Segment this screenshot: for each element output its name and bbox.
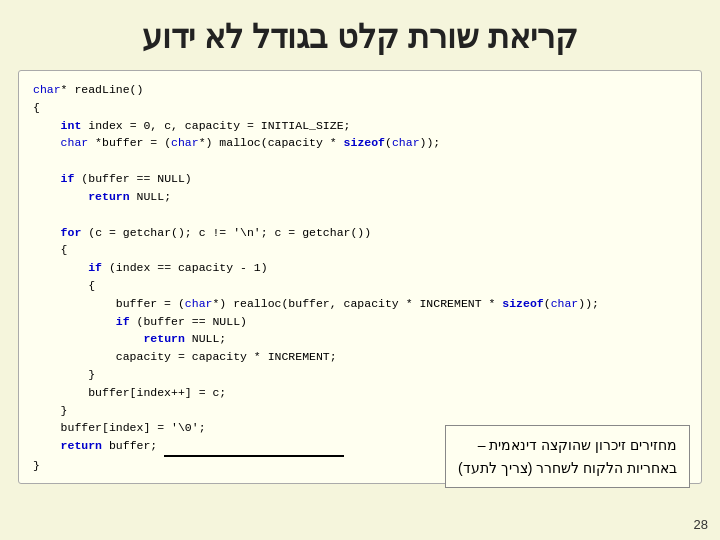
page-title: קריאת שורת קלט בגודל לא ידוע	[142, 19, 577, 55]
note-line2: באחריות הלקוח לשחרר (צריך לתעד)	[458, 460, 677, 476]
title-area: קריאת שורת קלט בגודל לא ידוע	[0, 0, 720, 66]
note-line1: מחזירים זיכרון שהוקצה דינאמית –	[478, 437, 677, 453]
code-block: char* readLine() { int index = 0, c, cap…	[33, 81, 687, 475]
slide-number: 28	[694, 517, 708, 532]
code-container: char* readLine() { int index = 0, c, cap…	[18, 70, 702, 484]
note-box: מחזירים זיכרון שהוקצה דינאמית – באחריות …	[445, 425, 690, 488]
